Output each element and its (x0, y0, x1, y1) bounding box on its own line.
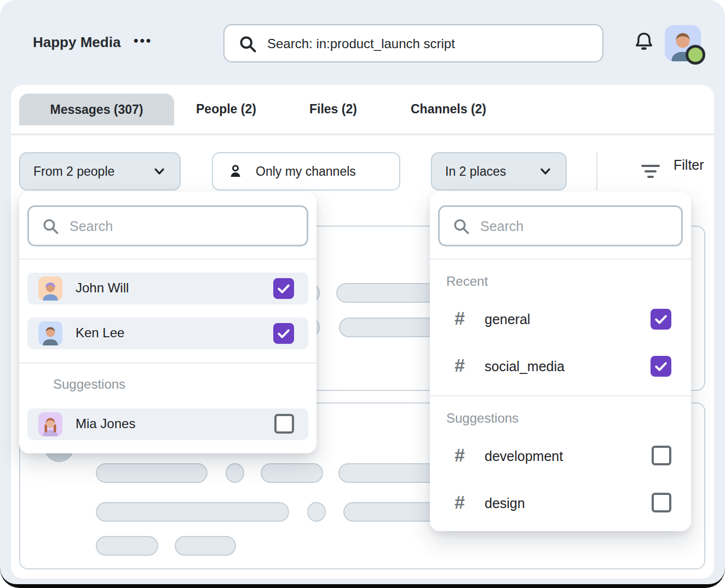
skeleton-bar (96, 502, 289, 522)
tabs-divider (11, 134, 714, 135)
in-places-dropdown-panel: Recent # general # social_media Suggesti… (430, 192, 691, 531)
workspace-title: Happy Media (33, 34, 120, 51)
hash-icon: # (454, 445, 465, 466)
app-window: Happy Media ••• (0, 0, 725, 584)
member-name: Ken Lee (76, 325, 124, 341)
tab-messages[interactable]: Messages (307) (19, 94, 174, 125)
channel-row-social-media[interactable]: # social_media (430, 354, 691, 381)
suggestions-heading: Suggestions (446, 411, 519, 426)
from-people-label: From 2 people (33, 164, 114, 179)
member-name: John Will (76, 280, 129, 296)
channel-name: social_media (485, 359, 565, 374)
online-status-dot (686, 45, 705, 65)
tab-files[interactable]: Files (2) (309, 102, 357, 117)
hash-icon: # (454, 308, 465, 329)
people-search-input[interactable] (68, 207, 299, 246)
places-search-field[interactable] (438, 205, 683, 246)
channel-row-design[interactable]: # design (430, 491, 691, 518)
tab-messages-label: Messages (307) (50, 102, 143, 117)
filter-icon[interactable] (641, 165, 660, 179)
panel-divider (430, 395, 691, 396)
mia-jones-checkbox[interactable] (274, 414, 294, 434)
panel-divider (430, 258, 691, 260)
development-checkbox[interactable] (652, 446, 671, 465)
skeleton-bar (261, 463, 323, 483)
skeleton-dot (307, 502, 326, 522)
panel-divider (19, 362, 317, 364)
search-icon (452, 217, 470, 235)
places-search-input[interactable] (479, 207, 674, 246)
member-name: Mia Jones (76, 416, 135, 431)
in-places-dropdown-button[interactable]: In 2 places (431, 152, 567, 191)
hash-icon: # (454, 492, 465, 513)
from-people-dropdown-panel: John Will Ken Lee S (19, 192, 317, 453)
chevron-down-icon (152, 164, 166, 178)
skeleton-bar (96, 536, 158, 556)
channel-row-general[interactable]: # general (430, 307, 691, 334)
suggestions-heading: Suggestions (53, 377, 125, 392)
channel-name: general (485, 312, 530, 327)
people-search-field[interactable] (27, 205, 308, 246)
panel-divider (19, 258, 317, 260)
skeleton-bar (96, 463, 208, 483)
tab-channels[interactable]: Channels (2) (411, 102, 486, 117)
filter-row-divider (596, 152, 597, 191)
filter-button[interactable]: Filter (674, 157, 704, 173)
screen-background: Happy Media ••• (0, 0, 725, 588)
from-people-dropdown-button[interactable]: From 2 people (19, 152, 181, 191)
user-avatar[interactable] (665, 25, 701, 61)
member-row-mia-jones[interactable]: Mia Jones (27, 408, 308, 440)
workspace-menu-button[interactable]: ••• (134, 33, 152, 48)
channel-name: development (485, 448, 563, 464)
global-search-input[interactable] (266, 25, 591, 62)
channel-name: design (485, 495, 525, 511)
only-my-channels-button[interactable]: Only my channels (212, 152, 400, 191)
search-icon (238, 34, 257, 54)
john-will-checkbox[interactable] (273, 278, 294, 299)
search-icon (41, 217, 60, 235)
ken-lee-checkbox[interactable] (273, 323, 294, 344)
notifications-bell-icon[interactable] (633, 31, 655, 54)
only-my-channels-label: Only my channels (256, 164, 356, 179)
member-row-john-will[interactable]: John Will (27, 273, 308, 304)
mia-jones-avatar (38, 412, 62, 436)
recent-heading: Recent (446, 274, 488, 289)
member-row-ken-lee[interactable]: Ken Lee (27, 318, 308, 349)
in-places-label: In 2 places (445, 164, 506, 179)
person-icon (227, 163, 244, 180)
channel-row-development[interactable]: # development (430, 443, 691, 471)
chevron-down-icon (538, 164, 553, 178)
john-will-avatar (38, 276, 62, 301)
hash-icon: # (454, 355, 465, 376)
general-checkbox[interactable] (651, 309, 671, 330)
tab-people[interactable]: People (2) (196, 102, 256, 117)
social-media-checkbox[interactable] (651, 356, 671, 377)
ken-lee-avatar (38, 321, 62, 345)
design-checkbox[interactable] (652, 493, 671, 512)
skeleton-bar (175, 536, 236, 556)
skeleton-dot (226, 463, 244, 483)
global-search-bar[interactable] (223, 24, 603, 62)
